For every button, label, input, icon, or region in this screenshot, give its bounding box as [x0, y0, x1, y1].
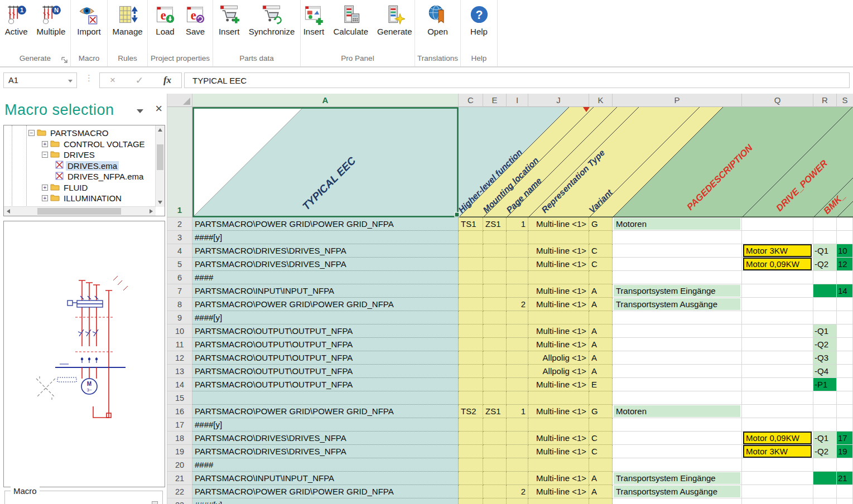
cell-R4[interactable]: -Q1: [813, 244, 837, 258]
fill-handle[interactable]: [455, 212, 459, 217]
cell-I21[interactable]: [507, 472, 528, 485]
cell-C22[interactable]: [459, 485, 483, 498]
expand-icon[interactable]: +: [42, 195, 48, 201]
row-header-4[interactable]: 4: [167, 244, 192, 258]
cell-Q5[interactable]: Motor 0,09KW: [742, 258, 813, 271]
column-header-r[interactable]: R: [813, 94, 837, 107]
expand-icon[interactable]: +: [42, 185, 48, 191]
cell-S4[interactable]: 10: [837, 244, 853, 258]
tree-vertical-scrollbar[interactable]: [155, 125, 165, 207]
cell-J5[interactable]: Multi-line <1>: [528, 258, 589, 271]
cell-K20[interactable]: [589, 458, 613, 472]
cell-K19[interactable]: C: [589, 445, 613, 458]
cell-I7[interactable]: [507, 284, 528, 298]
row-header-1[interactable]: 1: [167, 107, 192, 217]
cell-J13[interactable]: Allpolig <1>: [528, 365, 589, 378]
cell-K8[interactable]: A: [589, 298, 613, 311]
cell-J12[interactable]: Allpolig <1>: [528, 351, 589, 365]
cell-S16[interactable]: [837, 405, 853, 418]
cell-A3[interactable]: ####[y]: [192, 231, 459, 244]
column-header-p[interactable]: P: [613, 94, 742, 107]
cell-A19[interactable]: PARTSMACRO\DRIVES\DRIVES_NFPA: [192, 445, 459, 458]
cell-E20[interactable]: [483, 458, 507, 472]
cell-J4[interactable]: Multi-line <1>: [528, 244, 589, 258]
tree-item-drives-nfpa-ema[interactable]: DRIVES_NFPA.ema: [4, 171, 156, 182]
row-header-7[interactable]: 7: [167, 284, 192, 298]
cell-S22[interactable]: [837, 485, 853, 498]
cell-C18[interactable]: [459, 432, 483, 445]
cell-J18[interactable]: Multi-line <1>: [528, 432, 589, 445]
cell-E12[interactable]: [483, 351, 507, 365]
cell-C14[interactable]: [459, 378, 483, 391]
dialog-launcher-icon[interactable]: [61, 56, 69, 64]
cell-I8[interactable]: 2: [507, 298, 528, 311]
cell-E15[interactable]: [483, 391, 507, 405]
cell-E3[interactable]: [483, 231, 507, 244]
help-button[interactable]: ? Help: [465, 3, 493, 37]
cell-A10[interactable]: PARTSMACRO\OUTPUT\OUTPUT_NFPA: [192, 324, 459, 338]
column-header-c[interactable]: C: [459, 94, 483, 107]
cell-J2[interactable]: Multi-line <1>: [528, 217, 589, 231]
manage-button[interactable]: Manage: [109, 3, 146, 37]
cell-R12[interactable]: -Q3: [813, 351, 837, 365]
cell-P5[interactable]: [613, 258, 742, 271]
row-header-2[interactable]: 2: [167, 217, 192, 231]
cell-Q2[interactable]: [742, 217, 813, 231]
cell-S11[interactable]: [837, 338, 853, 351]
cell-A17[interactable]: ####[y]: [192, 418, 459, 432]
tree-horizontal-scrollbar[interactable]: [4, 206, 156, 216]
cell-E5[interactable]: [483, 258, 507, 271]
diagonal-header-row[interactable]: TYPICAL EEC Higher-level functionMountin…: [192, 107, 853, 217]
cell-E13[interactable]: [483, 365, 507, 378]
formula-input[interactable]: TYPICAL EEC: [184, 72, 850, 88]
cell-P4[interactable]: [613, 244, 742, 258]
row-header-5[interactable]: 5: [167, 258, 192, 271]
cell-A13[interactable]: PARTSMACRO\OUTPUT\OUTPUT_NFPA: [192, 365, 459, 378]
column-header-j[interactable]: J: [528, 94, 589, 107]
cell-Q13[interactable]: [742, 365, 813, 378]
cell-P17[interactable]: [613, 418, 742, 432]
cell-R2[interactable]: [813, 217, 837, 231]
cell-I19[interactable]: [507, 445, 528, 458]
cell-C4[interactable]: [459, 244, 483, 258]
cell-J16[interactable]: Multi-line <1>: [528, 405, 589, 418]
cell-K10[interactable]: A: [589, 324, 613, 338]
cell-R19[interactable]: -Q2: [813, 445, 837, 458]
cell-K21[interactable]: A: [589, 472, 613, 485]
cell-R7[interactable]: [813, 284, 837, 298]
cell-K5[interactable]: C: [589, 258, 613, 271]
scrollbar-thumb[interactable]: [157, 144, 163, 170]
cell-P22[interactable]: Transportsystem Ausgänge: [613, 485, 742, 498]
cell-Q19[interactable]: Motor 3KW: [742, 445, 813, 458]
cell-C12[interactable]: [459, 351, 483, 365]
cell-E16[interactable]: ZS1: [483, 405, 507, 418]
propanel-generate-button[interactable]: Generate: [374, 3, 416, 37]
cell-Q4[interactable]: Motor 3KW: [742, 244, 813, 258]
cell-I13[interactable]: [507, 365, 528, 378]
column-header-k[interactable]: K: [589, 94, 613, 107]
parts-synchronize-button[interactable]: Synchronize: [245, 3, 298, 37]
cell-P13[interactable]: [613, 365, 742, 378]
cell-S15[interactable]: [837, 391, 853, 405]
cell-Q22[interactable]: [742, 485, 813, 498]
cell-K15[interactable]: [589, 391, 613, 405]
row-header-18[interactable]: 18: [167, 432, 192, 445]
row-header-14[interactable]: 14: [167, 378, 192, 391]
cell-S20[interactable]: [837, 458, 853, 472]
row-header-10[interactable]: 10: [167, 324, 192, 338]
cell-K2[interactable]: G: [589, 217, 613, 231]
cell-R15[interactable]: [813, 391, 837, 405]
cell-P19[interactable]: [613, 445, 742, 458]
cell-P3[interactable]: [613, 231, 742, 244]
cell-Q16[interactable]: [742, 405, 813, 418]
row-header-21[interactable]: 21: [167, 472, 192, 485]
column-header-e[interactable]: E: [483, 94, 507, 107]
cell-A14[interactable]: PARTSMACRO\OUTPUT\OUTPUT_NFPA: [192, 378, 459, 391]
cell-C5[interactable]: [459, 258, 483, 271]
cell-I3[interactable]: [507, 231, 528, 244]
cell-A4[interactable]: PARTSMACRO\DRIVES\DRIVES_NFPA: [192, 244, 459, 258]
cell-Q18[interactable]: Motor 0,09KW: [742, 432, 813, 445]
cell-C7[interactable]: [459, 284, 483, 298]
cell-A5[interactable]: PARTSMACRO\DRIVES\DRIVES_NFPA: [192, 258, 459, 271]
cell-S5[interactable]: 12: [837, 258, 853, 271]
